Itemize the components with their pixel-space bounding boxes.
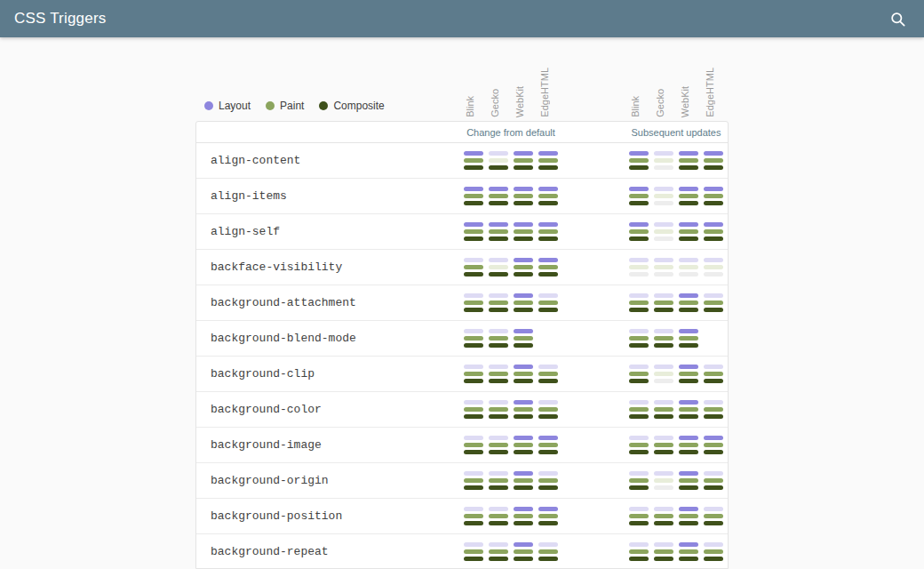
trigger-cell-gecko bbox=[651, 293, 676, 312]
table-row[interactable]: background-position bbox=[196, 499, 728, 534]
paint-bar bbox=[489, 407, 508, 412]
engine-column: Gecko bbox=[648, 44, 673, 117]
trigger-cell-edgehtml bbox=[536, 187, 561, 205]
layout-bar bbox=[704, 471, 723, 476]
table-row[interactable]: background-repeat bbox=[196, 534, 728, 569]
layout-dot-icon bbox=[204, 101, 213, 110]
paint-bar bbox=[629, 229, 649, 234]
paint-bar bbox=[514, 194, 533, 198]
layout-bar bbox=[514, 507, 533, 511]
table-row[interactable]: background-clip bbox=[196, 357, 728, 392]
layout-bar bbox=[704, 151, 723, 156]
composite-bar bbox=[704, 450, 723, 454]
layout-bar bbox=[514, 293, 533, 298]
layout-bar bbox=[538, 542, 558, 547]
paint-bar bbox=[629, 478, 649, 483]
layout-bar bbox=[489, 542, 508, 547]
paint-bar bbox=[464, 372, 483, 376]
paint-bar bbox=[629, 407, 649, 412]
composite-bar bbox=[514, 521, 533, 525]
paint-bar bbox=[514, 265, 533, 269]
engine-header-gecko: Gecko bbox=[490, 89, 500, 117]
layout-bar bbox=[464, 151, 483, 156]
composite-bar bbox=[514, 450, 533, 454]
layout-bar bbox=[679, 329, 698, 333]
paint-bar bbox=[679, 549, 698, 554]
engine-header-webkit: WebKit bbox=[681, 86, 690, 117]
layout-bar bbox=[654, 222, 673, 227]
layout-bar bbox=[629, 293, 649, 298]
trigger-cell-edgehtml bbox=[701, 151, 726, 170]
composite-bar bbox=[679, 485, 698, 490]
trigger-cell-blink bbox=[461, 258, 486, 276]
composite-bar bbox=[464, 272, 483, 276]
engine-column: EdgeHTML bbox=[532, 44, 557, 117]
trigger-cell-webkit bbox=[511, 365, 536, 383]
layout-bar bbox=[654, 400, 673, 405]
layout-bar bbox=[489, 507, 508, 511]
layout-bar bbox=[679, 293, 698, 298]
legend-label: Layout bbox=[219, 100, 251, 112]
layout-bar bbox=[514, 151, 533, 156]
trigger-cell-edgehtml bbox=[701, 436, 726, 454]
paint-bar bbox=[654, 407, 673, 412]
paint-bar bbox=[629, 194, 649, 198]
layout-bar bbox=[629, 471, 649, 476]
trigger-cell-gecko bbox=[651, 365, 676, 383]
composite-bar bbox=[514, 272, 533, 276]
paint-bar bbox=[654, 514, 673, 518]
engine-headers-change: BlinkGeckoWebKitEdgeHTML bbox=[458, 44, 557, 117]
trigger-cell-blink bbox=[626, 293, 651, 312]
table-row[interactable]: align-items bbox=[196, 179, 728, 214]
table-row[interactable]: align-self bbox=[196, 214, 728, 250]
paint-bar bbox=[538, 194, 558, 198]
composite-bar bbox=[629, 557, 649, 561]
composite-bar bbox=[654, 521, 673, 525]
table-row[interactable]: background-image bbox=[196, 428, 728, 463]
composite-bar bbox=[464, 379, 483, 383]
trigger-cell-webkit bbox=[676, 365, 701, 383]
composite-dot-icon bbox=[319, 101, 328, 110]
trigger-cell-blink bbox=[626, 329, 651, 348]
table-row[interactable]: background-origin bbox=[196, 463, 728, 499]
rows-container: align-contentalign-itemsalign-selfbackfa… bbox=[196, 143, 728, 569]
layout-bar bbox=[464, 365, 483, 369]
layout-bar bbox=[654, 471, 673, 476]
paint-bar bbox=[464, 336, 483, 341]
search-button[interactable] bbox=[886, 7, 910, 31]
change-from-default-cells bbox=[461, 293, 561, 312]
layout-bar bbox=[538, 151, 558, 156]
paint-bar bbox=[704, 443, 723, 447]
table-row[interactable]: background-color bbox=[196, 392, 728, 428]
paint-bar bbox=[704, 549, 723, 554]
paint-bar bbox=[654, 194, 673, 198]
trigger-cell-blink bbox=[626, 471, 651, 490]
composite-bar bbox=[464, 450, 483, 454]
trigger-cell-webkit bbox=[676, 436, 701, 454]
composite-bar bbox=[538, 165, 558, 170]
change-from-default-cells bbox=[461, 365, 561, 383]
paint-bar bbox=[538, 478, 558, 483]
paint-bar bbox=[464, 265, 483, 269]
layout-bar bbox=[629, 222, 649, 227]
table-row[interactable]: background-blend-mode bbox=[196, 321, 728, 357]
trigger-cell-webkit bbox=[511, 400, 536, 419]
layout-bar bbox=[538, 471, 558, 476]
composite-bar bbox=[514, 236, 533, 241]
paint-bar bbox=[679, 443, 698, 447]
layout-bar bbox=[538, 293, 558, 298]
table-row[interactable]: backface-visibility bbox=[196, 250, 728, 285]
layout-bar bbox=[464, 471, 483, 476]
trigger-cell-gecko bbox=[486, 436, 511, 454]
paint-bar bbox=[679, 514, 698, 518]
paint-bar bbox=[538, 229, 558, 234]
paint-bar bbox=[538, 407, 558, 412]
layout-bar bbox=[464, 329, 483, 333]
paint-bar bbox=[489, 301, 508, 305]
table-row[interactable]: align-content bbox=[196, 143, 728, 179]
layout-bar bbox=[489, 258, 508, 262]
table-row[interactable]: background-attachment bbox=[196, 285, 728, 321]
composite-bar bbox=[654, 201, 673, 205]
trigger-cell-blink bbox=[461, 436, 486, 454]
paint-bar bbox=[514, 301, 533, 305]
